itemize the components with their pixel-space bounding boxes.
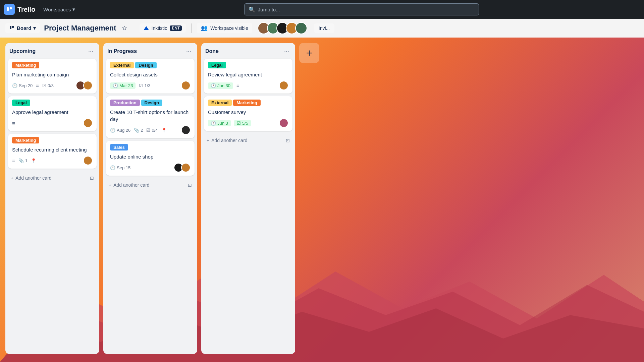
card-avatars bbox=[279, 118, 288, 128]
list-done: Done ··· Legal Review legal agreement 🕐 … bbox=[201, 43, 295, 354]
board-view-button[interactable]: Board bbox=[5, 23, 40, 33]
tag-marketing: Marketing bbox=[12, 137, 39, 143]
board-content: Upcoming ··· Marketing Plan marketing ca… bbox=[0, 38, 644, 362]
list-inprogress: In Progress ··· External Design Collect … bbox=[103, 43, 197, 354]
card-title: Customer survey bbox=[208, 109, 288, 116]
add-card-button-upcoming[interactable]: + Add another card ⊡ bbox=[8, 173, 97, 183]
search-input[interactable] bbox=[258, 7, 475, 12]
list-menu-button-upcoming[interactable]: ··· bbox=[86, 47, 95, 55]
checklist-item: ☑ 1/3 bbox=[139, 83, 150, 88]
list-header-done: Done ··· bbox=[204, 47, 292, 55]
card-avatar[interactable] bbox=[83, 118, 93, 128]
add-list-button[interactable]: + bbox=[299, 43, 319, 63]
card-title: Update online shop bbox=[110, 153, 191, 160]
lines-icon: ≡ bbox=[12, 158, 15, 164]
date-badge: 🕐 Jun 30 bbox=[208, 82, 233, 89]
card-title: Plan marketing campaign bbox=[12, 71, 93, 78]
pin-item: 📍 bbox=[31, 158, 36, 163]
svg-rect-0 bbox=[7, 7, 9, 11]
svg-rect-1 bbox=[10, 7, 12, 9]
tag-external: External bbox=[208, 100, 232, 106]
lines-icon: ≡ bbox=[12, 120, 15, 126]
card-avatar[interactable] bbox=[181, 81, 191, 90]
star-icon: ☆ bbox=[122, 25, 127, 32]
tag-marketing: Marketing bbox=[12, 62, 39, 68]
tag-legal: Legal bbox=[208, 62, 226, 68]
card-avatar[interactable] bbox=[181, 163, 191, 172]
card-meta: 🕐 Sep 15 bbox=[110, 163, 191, 172]
logo-text: Trello bbox=[17, 6, 35, 13]
card-avatars bbox=[83, 156, 93, 165]
date-item: 🕐 Sep 15 bbox=[110, 165, 130, 170]
card-avatars bbox=[279, 81, 288, 90]
date-item: 🕐 Sep 20 bbox=[12, 83, 33, 88]
card-plan-marketing[interactable]: Marketing Plan marketing campaign 🕐 Sep … bbox=[8, 59, 97, 94]
list-menu-button-done[interactable]: ··· bbox=[282, 47, 291, 55]
card-tags: External Marketing bbox=[208, 100, 288, 106]
card-avatar[interactable] bbox=[83, 156, 93, 165]
card-tshirt-options[interactable]: Production Design Create 10 T-shirt opti… bbox=[106, 96, 195, 138]
card-avatar[interactable] bbox=[83, 81, 93, 90]
card-review-legal[interactable]: Legal Review legal agreement 🕐 Jun 30 ≡ bbox=[204, 59, 292, 94]
card-customer-survey[interactable]: External Marketing Customer survey 🕐 Jun… bbox=[204, 96, 292, 131]
plus-icon: + bbox=[109, 182, 111, 188]
lines-icon: ≡ bbox=[36, 83, 39, 88]
workspace-visible-button[interactable]: 👥 Workspace visible bbox=[197, 23, 252, 33]
logo-icon bbox=[4, 4, 15, 15]
check-icon: ☑ bbox=[146, 128, 150, 133]
list-header-inprogress: In Progress ··· bbox=[106, 47, 195, 55]
card-meta: 🕐 Sep 20 ≡ ☑ 0/3 bbox=[12, 81, 93, 90]
pin-icon: 📍 bbox=[161, 128, 167, 133]
person-icon: 👥 bbox=[201, 25, 208, 31]
workspace-button[interactable]: Inktistic ENT bbox=[140, 23, 186, 33]
card-tags: Sales bbox=[110, 144, 191, 150]
card-tags: Marketing bbox=[12, 137, 93, 143]
card-meta: 🕐 Aug 26 📎 2 ☑ 0/4 📍 bbox=[110, 125, 191, 135]
plus-icon: + bbox=[207, 138, 209, 143]
check-icon: ☑ bbox=[237, 121, 241, 126]
board-header: Board Project Management ☆ Inktistic ENT… bbox=[0, 19, 644, 38]
card-template-icon: ⊡ bbox=[90, 175, 94, 181]
card-avatars bbox=[181, 81, 191, 90]
check-icon: ☑ bbox=[139, 83, 143, 88]
list-upcoming: Upcoming ··· Marketing Plan marketing ca… bbox=[5, 43, 99, 354]
card-avatar[interactable] bbox=[279, 118, 288, 128]
tag-sales: Sales bbox=[110, 144, 128, 150]
card-template-icon: ⊡ bbox=[188, 182, 192, 188]
lines-icon: ≡ bbox=[236, 83, 239, 88]
card-avatar[interactable] bbox=[181, 125, 191, 135]
logo: Trello bbox=[4, 4, 35, 15]
svg-rect-3 bbox=[12, 26, 14, 28]
card-schedule-meeting[interactable]: Marketing Schedule recurring client meet… bbox=[8, 134, 97, 169]
card-approve-legal[interactable]: Legal Approve legal agreement ≡ bbox=[8, 96, 97, 131]
workspaces-button[interactable]: Workspaces bbox=[41, 4, 77, 14]
add-card-label: Add another card bbox=[15, 175, 51, 181]
workspace-visible-label: Workspace visible bbox=[210, 25, 248, 31]
divider bbox=[134, 23, 134, 33]
plus-icon: + bbox=[11, 175, 13, 181]
list-title-inprogress: In Progress bbox=[107, 48, 137, 54]
card-collect-design[interactable]: External Design Collect design assets 🕐 … bbox=[106, 59, 195, 94]
add-card-button-done[interactable]: + Add another card ⊡ bbox=[204, 135, 292, 146]
clock-icon: 🕐 bbox=[113, 83, 118, 88]
card-meta: 🕐 Jun 30 ≡ bbox=[208, 81, 288, 90]
invite-button[interactable]: Invi... bbox=[314, 23, 334, 33]
card-avatars bbox=[83, 118, 93, 128]
card-meta: 🕐 Mar 23 ☑ 1/3 bbox=[110, 81, 191, 90]
search-bar[interactable]: 🔍 bbox=[244, 3, 479, 15]
card-tags: External Design bbox=[110, 62, 191, 68]
list-menu-button-inprogress[interactable]: ··· bbox=[184, 47, 193, 55]
star-button[interactable]: ☆ bbox=[120, 23, 128, 33]
card-meta: 🕐 Jun 3 ☑ 5/5 bbox=[208, 118, 288, 128]
card-update-shop[interactable]: Sales Update online shop 🕐 Sep 15 bbox=[106, 141, 195, 176]
card-title: Approve legal agreement bbox=[12, 109, 93, 116]
workspace-logo-icon bbox=[144, 26, 149, 30]
card-tags: Legal bbox=[208, 62, 288, 68]
clock-icon: 🕐 bbox=[110, 165, 115, 170]
add-card-button-inprogress[interactable]: + Add another card ⊡ bbox=[106, 180, 195, 190]
card-avatar[interactable] bbox=[279, 81, 288, 90]
card-tags: Marketing bbox=[12, 62, 93, 68]
avatar-5[interactable] bbox=[295, 22, 307, 34]
tag-legal: Legal bbox=[12, 100, 30, 106]
card-avatars bbox=[174, 163, 191, 172]
